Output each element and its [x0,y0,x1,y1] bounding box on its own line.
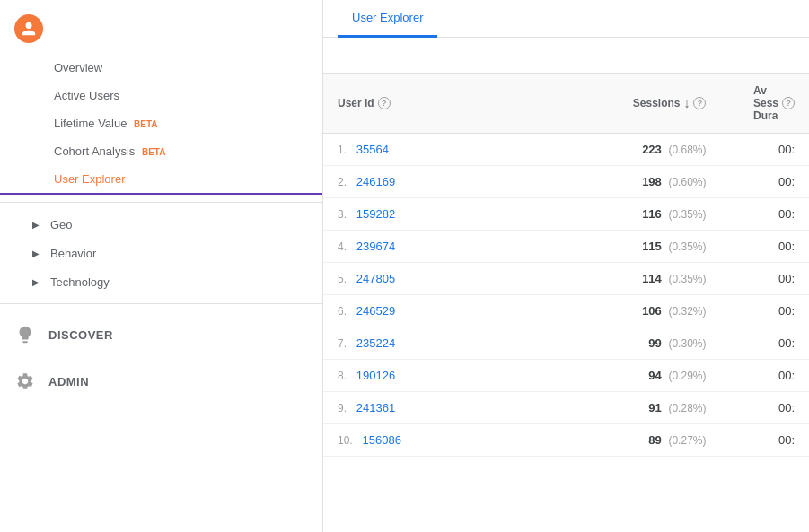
sessions-value-2: 116 [642,207,662,221]
table-row: 10. 156086 89 (0.27%) 00: [323,424,809,457]
user-id-link-7[interactable]: 190126 [356,369,395,382]
duration-value-2: 00: [778,207,795,221]
sessions-help-icon[interactable]: ? [693,97,706,109]
table-row: 8. 190126 94 (0.29%) 00: [323,360,809,392]
table-row: 9. 241361 91 (0.28%) 00: [323,392,809,424]
sessions-sort-icon[interactable]: ↓ [683,96,690,110]
sessions-pct-4: (0.35%) [668,273,706,285]
sessions-pct-6: (0.30%) [668,337,706,350]
sidebar-item-lifetime-value[interactable]: Lifetime Value BETA [0,109,322,137]
sidebar-divider-1 [0,202,322,203]
sessions-value-0: 223 [642,143,662,156]
row-rank-2: 3. [338,208,347,221]
sidebar: Overview Active Users Lifetime Value BET… [0,0,323,532]
user-id-link-0[interactable]: 35564 [356,143,389,156]
cell-user-id-8: 9. 241361 [323,392,563,424]
sessions-pct-3: (0.35%) [668,240,706,253]
user-id-link-5[interactable]: 246529 [356,304,395,318]
sessions-pct-9: (0.27%) [668,434,706,447]
discover-label: DISCOVER [48,328,113,342]
sessions-pct-7: (0.29%) [668,370,706,382]
cell-duration-4: 00: [720,263,809,295]
duration-value-4: 00: [778,272,795,285]
row-rank-1: 2. [338,176,347,188]
cell-sessions-6: 99 (0.30%) [563,327,720,360]
th-user-id: User Id ? [323,74,563,134]
sessions-value-6: 99 [648,336,661,350]
tab-bar: User Explorer [323,0,809,38]
cell-sessions-4: 114 (0.35%) [563,263,720,295]
table-container: User Id ? Sessions ↓ ? AvSessDura [323,74,809,532]
cohort-analysis-beta-badge: BETA [142,147,165,157]
th-user-id-label: User Id [338,97,374,109]
admin-label: ADMIN [48,375,89,388]
cell-duration-6: 00: [720,327,809,360]
table-body: 1. 35564 223 (0.68%) 00: 2. 246169 198 (… [323,134,809,457]
duration-value-5: 00: [778,304,795,318]
sidebar-item-cohort-analysis[interactable]: Cohort Analysis BETA [0,137,322,165]
sessions-pct-1: (0.60%) [668,176,706,188]
user-id-link-3[interactable]: 239674 [356,240,395,253]
sidebar-item-technology[interactable]: ▶ Technology [0,267,322,296]
row-rank-3: 4. [338,240,347,253]
user-id-link-2[interactable]: 159282 [356,207,395,221]
cell-sessions-1: 198 (0.60%) [563,166,720,198]
cell-duration-0: 00: [720,134,809,166]
sidebar-item-active-users[interactable]: Active Users [0,82,322,109]
tab-user-explorer[interactable]: User Explorer [338,0,437,38]
table-header-row: User Id ? Sessions ↓ ? AvSessDura [323,74,809,134]
sessions-pct-2: (0.35%) [668,208,706,221]
sidebar-divider-2 [0,303,322,304]
user-id-link-6[interactable]: 235224 [356,336,395,350]
sidebar-item-discover[interactable]: DISCOVER [0,311,322,358]
audience-icon [14,14,43,43]
row-rank-7: 8. [338,370,347,382]
sidebar-item-behavior[interactable]: ▶ Behavior [0,239,322,267]
duration-value-6: 00: [778,336,795,350]
cell-duration-9: 00: [720,424,809,457]
audience-header [0,0,322,54]
behavior-label: Behavior [50,247,96,260]
cell-user-id-1: 2. 246169 [323,166,563,198]
cell-sessions-7: 94 (0.29%) [563,360,720,392]
row-rank-6: 7. [338,337,347,350]
th-sessions-label: Sessions [633,97,681,109]
user-id-help-icon[interactable]: ? [378,97,391,109]
table-row: 6. 246529 106 (0.32%) 00: [323,295,809,327]
cell-sessions-0: 223 (0.68%) [563,134,720,166]
cell-sessions-3: 115 (0.35%) [563,231,720,263]
sidebar-item-geo[interactable]: ▶ Geo [0,210,322,239]
avg-duration-help-icon[interactable]: ? [782,97,795,109]
cell-user-id-9: 10. 156086 [323,424,563,457]
main-content: User Explorer User Id ? Sessions ↓ [323,0,809,532]
row-rank-0: 1. [338,144,347,156]
user-id-link-1[interactable]: 246169 [356,175,395,188]
cell-duration-2: 00: [720,198,809,231]
technology-label: Technology [50,275,110,289]
sidebar-item-user-explorer[interactable]: User Explorer [0,165,322,195]
sessions-pct-8: (0.28%) [668,402,706,414]
th-avg-session-duration: AvSessDura ? [720,74,809,134]
user-id-link-8[interactable]: 241361 [356,401,395,414]
filter-area [323,38,809,74]
user-id-link-4[interactable]: 247805 [356,272,395,285]
th-sessions: Sessions ↓ ? [563,74,720,134]
sessions-value-3: 115 [642,240,662,253]
lifetime-value-beta-badge: BETA [134,119,157,129]
duration-value-7: 00: [778,369,795,382]
behavior-expand-icon: ▶ [29,246,43,260]
sidebar-item-admin[interactable]: ADMIN [0,358,322,405]
row-rank-4: 5. [338,273,347,285]
sidebar-item-overview[interactable]: Overview [0,54,322,82]
cell-duration-5: 00: [720,295,809,327]
cell-user-id-6: 7. 235224 [323,327,563,360]
row-rank-8: 9. [338,402,347,414]
cell-user-id-3: 4. 239674 [323,231,563,263]
table-row: 3. 159282 116 (0.35%) 00: [323,198,809,231]
user-id-link-9[interactable]: 156086 [363,433,401,447]
cell-user-id-5: 6. 246529 [323,295,563,327]
cell-sessions-9: 89 (0.27%) [563,424,720,457]
sessions-value-4: 114 [642,272,662,285]
cell-user-id-0: 1. 35564 [323,134,563,166]
duration-value-8: 00: [778,401,795,414]
